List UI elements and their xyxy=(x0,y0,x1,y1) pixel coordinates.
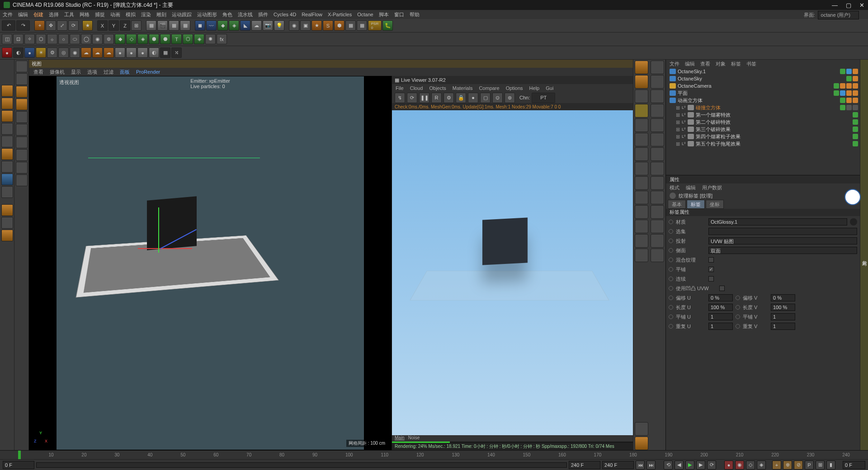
object-tag[interactable] xyxy=(853,112,858,118)
attr-useuvw-checkbox[interactable] xyxy=(719,286,725,291)
object-name[interactable]: OctaneSky.1 xyxy=(678,69,838,74)
point-mode[interactable] xyxy=(1,123,13,135)
object-name[interactable]: 第二个破碎特效 xyxy=(696,119,851,126)
lt2-4[interactable] xyxy=(16,99,28,110)
object-tag[interactable] xyxy=(834,83,839,89)
rsc2-6[interactable] xyxy=(651,133,664,146)
lv-refresh-icon[interactable]: ⟳ xyxy=(407,93,417,103)
rsc2-4[interactable] xyxy=(651,104,664,118)
object-tag[interactable] xyxy=(846,69,852,74)
prev-key-button[interactable]: ⟲ xyxy=(664,461,673,470)
lv-sphere-icon[interactable]: ● xyxy=(468,93,478,103)
om-menu-编辑[interactable]: 编辑 xyxy=(685,61,695,67)
object-name[interactable]: 平面 xyxy=(678,90,832,97)
close-button[interactable]: ✕ xyxy=(859,2,864,9)
object-name[interactable]: OctaneCamera xyxy=(678,83,832,89)
om-menu-书签[interactable]: 书签 xyxy=(746,61,756,67)
render-view[interactable]: ▦ xyxy=(146,20,156,31)
psr-button[interactable]: PSR0 xyxy=(368,20,382,31)
menu-文件[interactable]: 文件 xyxy=(3,11,13,18)
vp-menu-ProRender[interactable]: ProRender xyxy=(136,69,160,75)
rs-13[interactable] xyxy=(635,234,648,248)
menu-窗口[interactable]: 窗口 xyxy=(394,11,404,18)
axis-z-toggle[interactable]: Z xyxy=(120,20,130,31)
object-tag[interactable] xyxy=(853,98,858,103)
lv-render-view[interactable] xyxy=(392,110,633,435)
object-tag[interactable] xyxy=(853,83,858,89)
menu-Cycles 4D[interactable]: Cycles 4D xyxy=(274,12,296,17)
object-name[interactable]: 第五个粒子拖尾效果 xyxy=(696,141,851,147)
object-row[interactable]: OctaneCamera xyxy=(666,82,860,89)
key-s-button[interactable]: ⊕ xyxy=(783,461,792,470)
attr-tileu-field[interactable]: 1 xyxy=(708,313,733,320)
object-name[interactable]: 第四个烟雾粒子效果 xyxy=(696,133,851,140)
goto-start-button[interactable]: ⏮ xyxy=(636,461,645,470)
tb2-7[interactable]: ⬭ xyxy=(70,34,80,44)
rs-14[interactable] xyxy=(635,249,648,262)
goto-end-button[interactable]: ⏭ xyxy=(646,461,656,470)
vp-menu-面板[interactable]: 面板 xyxy=(120,69,130,75)
lv-tab-Main[interactable]: Main xyxy=(395,435,405,442)
attr-tab-基本[interactable]: 基本 xyxy=(668,200,686,209)
generator-tool[interactable]: ◆ xyxy=(217,20,228,31)
xp-tool-1[interactable]: ◉ xyxy=(289,20,299,31)
tb2-12[interactable]: ◇ xyxy=(126,34,137,44)
attr-material-field[interactable]: OctGlossy.1 xyxy=(708,218,847,226)
undo-button[interactable]: ↶ xyxy=(2,20,15,31)
lv-region-icon[interactable]: R xyxy=(431,93,442,103)
menu-Octane[interactable]: Octane xyxy=(357,12,373,17)
menu-模拟[interactable]: 模拟 xyxy=(126,11,136,18)
object-tag[interactable] xyxy=(840,105,845,110)
render-settings[interactable]: 🎬 xyxy=(157,20,168,31)
tb3-10[interactable]: ☁ xyxy=(104,47,114,58)
tb2-text[interactable]: T xyxy=(171,34,182,44)
maximize-button[interactable]: ▢ xyxy=(846,2,851,9)
frame-end-field[interactable]: 240 F xyxy=(569,461,600,469)
attr-repu-field[interactable]: 1 xyxy=(708,323,733,330)
menu-运动跟踪[interactable]: 运动跟踪 xyxy=(172,11,192,18)
rs-4[interactable] xyxy=(635,104,648,118)
attr-continue-checkbox[interactable] xyxy=(708,276,714,282)
menu-网格[interactable]: 网格 xyxy=(80,11,90,18)
material-preview-icon[interactable] xyxy=(850,218,857,226)
object-name[interactable]: OctaneSky xyxy=(678,76,844,81)
xp-tool-4[interactable]: ▦ xyxy=(345,20,356,31)
xp-tool-2[interactable]: ▣ xyxy=(300,20,311,31)
lv-tab-Noise[interactable]: Noise xyxy=(408,435,420,442)
attr-tab-坐标[interactable]: 坐标 xyxy=(706,200,724,209)
axis-widget[interactable]: Y X Z xyxy=(33,428,51,446)
tb3-3[interactable]: ● xyxy=(24,47,35,58)
key-r-button[interactable]: ⊘ xyxy=(794,461,803,470)
cube-primitive[interactable]: ◼ xyxy=(195,20,205,31)
object-tag[interactable] xyxy=(846,76,852,81)
key-grid-button[interactable]: ⊞ xyxy=(816,461,825,470)
rsc2-14[interactable] xyxy=(651,249,664,262)
attr-tab-标签[interactable]: 标签 xyxy=(687,200,705,209)
lv-menu-Options[interactable]: Options xyxy=(506,85,523,91)
menu-渲染[interactable]: 渲染 xyxy=(141,11,151,18)
redo-button[interactable]: ↷ xyxy=(16,20,30,31)
attr-tilev-field[interactable]: 1 xyxy=(771,313,795,320)
rsc2-9[interactable] xyxy=(651,176,664,190)
tb3-11[interactable]: ● xyxy=(115,47,125,58)
rs-6[interactable] xyxy=(635,133,648,146)
object-row[interactable]: ⊞L⁰第三个破碎效果 xyxy=(666,126,860,133)
snap-toggle[interactable] xyxy=(1,204,13,216)
xp-mascot[interactable]: 🐛 xyxy=(382,20,393,31)
workplane-mode[interactable] xyxy=(1,110,13,122)
record-button[interactable]: ● xyxy=(2,47,12,58)
next-frame-button[interactable]: ▶ xyxy=(696,461,705,470)
object-tag[interactable] xyxy=(853,134,858,139)
quantize-toggle[interactable] xyxy=(1,230,13,241)
rs-11[interactable] xyxy=(635,205,648,219)
object-tag[interactable] xyxy=(853,127,858,132)
tb3-7[interactable]: ◉ xyxy=(70,47,80,58)
vp-menu-查看[interactable]: 查看 xyxy=(33,69,43,75)
tb2-15[interactable]: ⬣ xyxy=(160,34,170,44)
viewport-tabs[interactable]: 视图 xyxy=(29,60,633,68)
rs-10[interactable] xyxy=(635,191,648,204)
menu-工具[interactable]: 工具 xyxy=(64,11,74,18)
tb2-6[interactable]: ○ xyxy=(58,34,69,44)
spline-tool[interactable]: 〰 xyxy=(206,20,217,31)
menu-脚本[interactable]: 脚本 xyxy=(379,11,389,18)
